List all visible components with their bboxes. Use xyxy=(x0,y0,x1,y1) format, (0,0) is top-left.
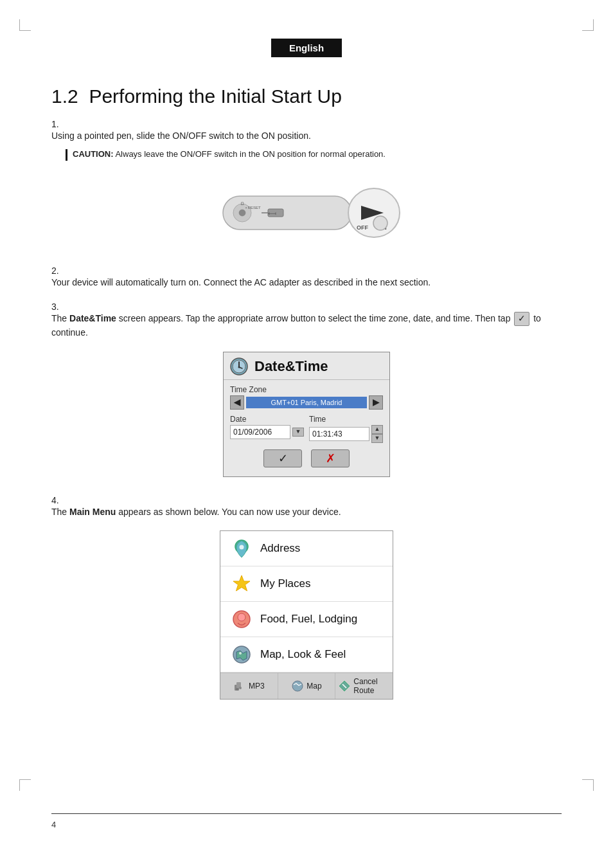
dt-screen-title: Date&Time xyxy=(254,358,328,375)
dt-time-down-btn[interactable]: ▼ xyxy=(371,434,383,443)
svg-point-12 xyxy=(373,216,387,230)
corner-mark-bl xyxy=(19,779,31,791)
menu-item-myplaces[interactable]: My Places xyxy=(220,566,393,602)
caution-label: CAUTION: xyxy=(73,149,114,159)
dt-prev-timezone-btn[interactable]: ◀ xyxy=(230,395,244,410)
corner-mark-br xyxy=(582,779,594,791)
section-number: 1.2 xyxy=(51,86,78,107)
section-heading: 1.2 Performing the Initial Start Up xyxy=(51,86,562,107)
datetime-icon xyxy=(229,356,249,377)
menu-label-myplaces: My Places xyxy=(260,577,310,590)
poi-icon xyxy=(231,608,253,630)
caution-body: Always leave the ON/OFF switch in the ON… xyxy=(114,149,386,159)
caution-block: CAUTION: Always leave the ON/OFF switch … xyxy=(66,148,546,161)
svg-point-3 xyxy=(239,210,245,216)
step-3-num: 3. xyxy=(51,302,66,312)
menu-item-map[interactable]: Map, Look & Feel xyxy=(220,637,393,673)
dt-date-updown: ▼ xyxy=(292,428,304,437)
step-3: 3. The Date&Time screen appears. Tap the… xyxy=(51,302,562,340)
dt-time-field-row: 01:31:43 ▲ ▼ xyxy=(309,425,383,443)
dt-time-value: 01:31:43 xyxy=(309,427,369,441)
page: English 1.2 Performing the Initial Start… xyxy=(0,0,613,868)
cancel-route-icon xyxy=(338,680,351,692)
svg-marker-20 xyxy=(233,575,250,591)
dt-date-value: 01/09/2006 xyxy=(230,425,290,439)
step-1: 1. Using a pointed pen, slide the ON/OFF… xyxy=(51,119,562,165)
svg-text:Ω: Ω xyxy=(240,201,244,206)
svg-point-24 xyxy=(239,652,242,655)
step-4-text: The Main Menu appears as shown below. Yo… xyxy=(51,505,546,520)
map-label: Map xyxy=(306,682,321,691)
step-1-text: Using a pointed pen, slide the ON/OFF sw… xyxy=(51,129,546,165)
dt-time-up-btn[interactable]: ▲ xyxy=(371,425,383,434)
step-2-text: Your device will automatically turn on. … xyxy=(51,276,546,290)
step-2: 2. Your device will automatically turn o… xyxy=(51,266,562,290)
step-1-num: 1. xyxy=(51,119,66,129)
mainmenu-bold: Main Menu xyxy=(69,507,116,517)
bottom-bar: 4 xyxy=(51,813,562,829)
dt-date-label: Date xyxy=(230,415,304,424)
svg-point-27 xyxy=(236,688,238,691)
svg-text:⟻: ⟻ xyxy=(268,210,276,217)
checkmark-btn: ✓ xyxy=(514,312,529,326)
menu-label-address: Address xyxy=(260,542,300,555)
dt-date-down-btn[interactable]: ▼ xyxy=(292,428,304,437)
map-bottom-icon xyxy=(291,680,304,692)
svg-point-22 xyxy=(238,613,245,621)
menu-item-address[interactable]: Address xyxy=(220,531,393,566)
step-4: 4. The Main Menu appears as shown below.… xyxy=(51,495,562,520)
menu-label-poi: Food, Fuel, Lodging xyxy=(260,613,357,626)
datetime-screen: Date&Time Time Zone ◀ GMT+01 Paris, Madr… xyxy=(223,352,390,477)
dt-timezone-row: ◀ GMT+01 Paris, Madrid ▶ xyxy=(230,395,383,410)
page-number: 4 xyxy=(51,820,56,829)
dt-body: Time Zone ◀ GMT+01 Paris, Madrid ▶ Date … xyxy=(224,380,389,471)
mainmenu-screen: Address My Places xyxy=(220,530,393,700)
svg-text:OFF: OFF xyxy=(357,224,368,231)
device-illustration: Ω • RESET ⟻ OFF ON xyxy=(210,177,403,248)
step-3-text: The Date&Time screen appears. Tap the ap… xyxy=(51,312,546,340)
step-4-num: 4. xyxy=(51,495,66,505)
dt-timezone-value: GMT+01 Paris, Madrid xyxy=(246,397,367,408)
english-badge: English xyxy=(271,39,342,57)
svg-point-28 xyxy=(239,687,242,689)
dt-time-updown: ▲ ▼ xyxy=(371,425,383,443)
svg-point-17 xyxy=(238,366,240,368)
caution-text: CAUTION: Always leave the ON/OFF switch … xyxy=(73,148,386,161)
menu-bottom-map[interactable]: Map xyxy=(278,673,336,699)
dt-date-field-row: 01/09/2006 ▼ xyxy=(230,425,304,439)
mainmenu-area: Address My Places xyxy=(51,530,562,700)
caution-bar xyxy=(66,149,67,161)
menu-bottom-cancel-route[interactable]: Cancel Route xyxy=(335,673,393,699)
dt-timezone-label: Time Zone xyxy=(230,385,383,394)
menu-item-poi[interactable]: Food, Fuel, Lodging xyxy=(220,602,393,637)
svg-point-29 xyxy=(292,681,303,691)
step-2-num: 2. xyxy=(51,266,66,276)
map-icon xyxy=(231,644,253,665)
menu-bottom-mp3[interactable]: MP3 xyxy=(220,673,278,699)
dt-time-col: Time 01:31:43 ▲ ▼ xyxy=(309,415,383,443)
badge-row: English xyxy=(51,39,562,71)
svg-text:• RESET: • RESET xyxy=(245,206,261,210)
menu-label-map: Map, Look & Feel xyxy=(260,648,346,661)
menu-bottom-bar: MP3 Map Cancel Route xyxy=(220,673,393,699)
dt-date-col: Date 01/09/2006 ▼ xyxy=(230,415,304,443)
address-icon xyxy=(231,538,253,559)
device-image-area: Ω • RESET ⟻ OFF ON xyxy=(51,177,562,248)
datetime-screen-area: Date&Time Time Zone ◀ GMT+01 Paris, Madr… xyxy=(51,352,562,477)
myplaces-icon xyxy=(231,573,253,595)
dt-header: Date&Time xyxy=(224,352,389,380)
cancel-route-label: Cancel Route xyxy=(353,677,390,695)
section-title: Performing the Initial Start Up xyxy=(89,86,342,107)
dt-datetime-row: Date 01/09/2006 ▼ Time 01:31:43 xyxy=(230,415,383,443)
svg-point-19 xyxy=(240,545,244,550)
dt-cancel-btn[interactable]: ✗ xyxy=(311,449,350,467)
corner-mark-tr xyxy=(582,19,594,31)
corner-mark-tl xyxy=(19,19,31,31)
dt-time-label: Time xyxy=(309,415,383,424)
dt-next-timezone-btn[interactable]: ▶ xyxy=(369,395,383,410)
dt-ok-btn[interactable]: ✓ xyxy=(263,449,302,467)
mp3-icon xyxy=(233,680,246,692)
dt-action-row: ✓ ✗ xyxy=(230,449,383,467)
datetime-bold: Date&Time xyxy=(69,313,116,323)
mp3-label: MP3 xyxy=(249,682,265,691)
